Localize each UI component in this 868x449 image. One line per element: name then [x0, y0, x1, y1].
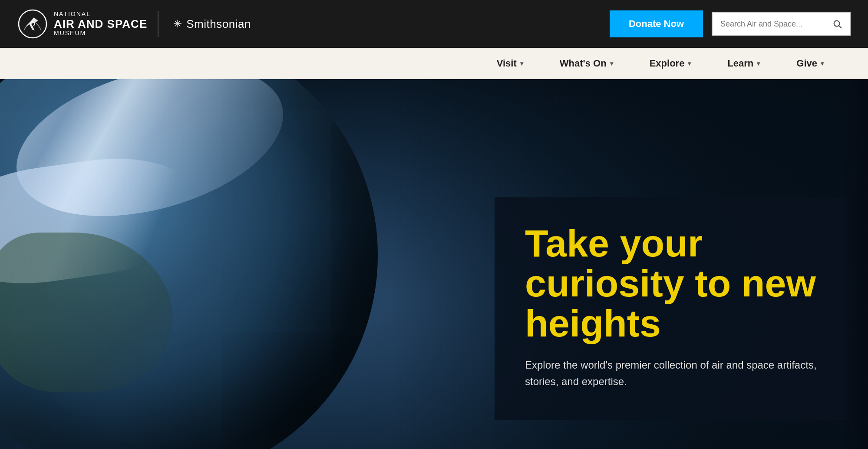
hero-headline: Take your curiosity to new heights [525, 223, 820, 343]
nav-learn-chevron: ▾ [757, 60, 760, 67]
nav-learn-label: Learn [727, 58, 753, 69]
nav-whats-on[interactable]: What's On ▾ [541, 48, 631, 79]
museum-logo[interactable]: NATIONAL AIR AND SPACE MUSEUM [17, 9, 158, 39]
logo-national: NATIONAL [54, 11, 147, 17]
nav-whats-on-chevron: ▾ [610, 60, 613, 67]
smithsonian-logo[interactable]: ✳ Smithsonian [169, 17, 251, 31]
smithsonian-star-icon: ✳ [173, 18, 182, 30]
hero-section: Take your curiosity to new heights Explo… [0, 79, 868, 449]
nav-items: Visit ▾ What's On ▾ Explore ▾ Learn ▾ Gi… [479, 48, 842, 79]
logo-text: NATIONAL AIR AND SPACE MUSEUM [54, 11, 158, 37]
site-header: NATIONAL AIR AND SPACE MUSEUM ✳ Smithson… [0, 0, 868, 48]
nav-explore-label: Explore [650, 58, 685, 69]
donate-button[interactable]: Donate Now [610, 10, 703, 37]
search-input[interactable] [720, 20, 832, 29]
svg-line-4 [839, 26, 841, 28]
logo-area: NATIONAL AIR AND SPACE MUSEUM ✳ Smithson… [17, 9, 251, 39]
svg-point-0 [19, 10, 46, 38]
hero-text-card: Take your curiosity to new heights Explo… [495, 197, 851, 420]
nav-give-chevron: ▾ [821, 60, 824, 67]
search-bar [712, 12, 851, 36]
nav-visit-label: Visit [497, 58, 517, 69]
nav-explore-chevron: ▾ [688, 60, 691, 67]
main-nav: Visit ▾ What's On ▾ Explore ▾ Learn ▾ Gi… [0, 48, 868, 79]
nav-give[interactable]: Give ▾ [778, 48, 842, 79]
header-actions: Donate Now [610, 10, 851, 37]
right-edge-fade [842, 79, 868, 449]
search-button[interactable] [832, 19, 842, 29]
museum-logo-icon [17, 9, 48, 39]
nav-whats-on-label: What's On [560, 58, 607, 69]
search-icon [832, 19, 842, 29]
nav-visit[interactable]: Visit ▾ [479, 48, 541, 79]
smithsonian-name: Smithsonian [186, 17, 251, 31]
logo-museum-text: MUSEUM [54, 30, 147, 37]
nav-learn[interactable]: Learn ▾ [709, 48, 778, 79]
logo-air-space: AIR AND SPACE [54, 18, 147, 30]
nav-visit-chevron: ▾ [520, 60, 523, 67]
earth-globe [0, 79, 378, 449]
nav-give-label: Give [796, 58, 817, 69]
hero-subtext: Explore the world's premier collection o… [525, 356, 820, 390]
nav-explore[interactable]: Explore ▾ [631, 48, 710, 79]
